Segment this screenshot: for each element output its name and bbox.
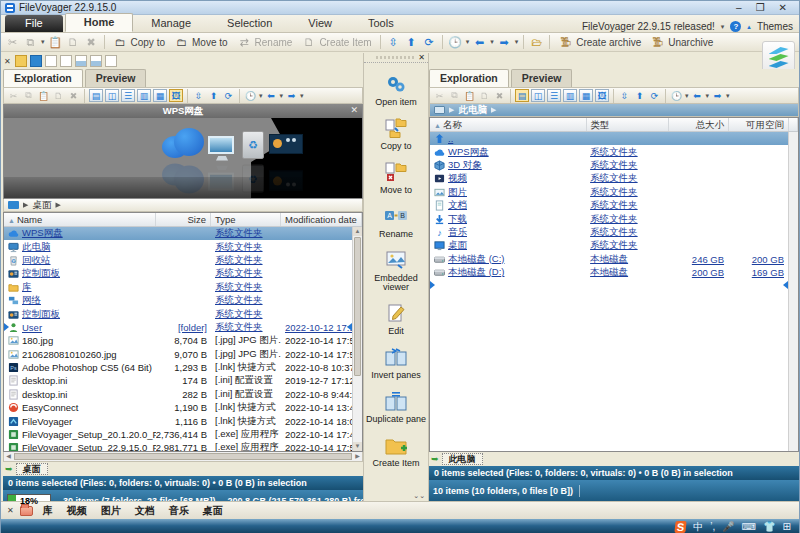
right-collapse-icon[interactable]: ⇳ [618, 89, 631, 102]
scroll-up-icon[interactable]: ▲ [353, 227, 362, 236]
paste-icon[interactable]: 📋 [48, 35, 63, 50]
left-new-icon[interactable]: 🗋 [52, 89, 65, 102]
cut-icon[interactable]: ✂ [5, 35, 20, 50]
file-row[interactable]: 网络系统文件夹 [4, 294, 352, 307]
launcher-item-桌面[interactable]: 桌面 [203, 504, 223, 518]
left-layout-split-icon[interactable]: ◫ [105, 89, 119, 102]
text-viewer-icon[interactable] [45, 55, 57, 67]
file-row[interactable] [430, 279, 788, 292]
copy-icon[interactable]: ⧉ [23, 35, 38, 50]
right-copy-icon[interactable]: ⧉ [448, 89, 461, 102]
file-row[interactable]: 图片系统文件夹 [430, 186, 788, 199]
delete-icon[interactable]: ✖ [84, 35, 99, 50]
doc-viewer-icon[interactable] [105, 55, 117, 67]
toolbar-close-icon[interactable]: ✕ [418, 53, 425, 62]
scroll-thumb[interactable] [354, 237, 361, 376]
file-row[interactable]: WPS网盘系统文件夹 [430, 145, 788, 158]
file-row[interactable]: 文档系统文件夹 [430, 199, 788, 212]
sogou-logo-icon[interactable]: S [674, 521, 687, 533]
left-up-icon[interactable]: ⬆ [207, 89, 220, 102]
themes-button[interactable]: Themes [757, 21, 793, 32]
scroll-down-icon[interactable]: ▼ [353, 442, 362, 451]
left-delete-icon[interactable]: ✖ [67, 89, 80, 102]
right-refresh-icon[interactable]: ⟳ [648, 89, 661, 102]
left-layout-details-icon[interactable]: ▤ [89, 89, 103, 102]
right-layout-split-icon[interactable]: ◫ [531, 89, 545, 102]
file-row[interactable]: .. [430, 132, 788, 145]
release-note-link[interactable]: FileVoyager 22.9.15 released! [582, 21, 715, 32]
left-layout-tiles-icon[interactable]: ▦ [153, 89, 167, 102]
move-to-button[interactable]: Move to [364, 160, 428, 195]
tab-manage[interactable]: Manage [133, 15, 209, 32]
launcher-item-音乐[interactable]: 音乐 [169, 504, 189, 518]
left-layout-columns-icon[interactable]: ▥ [137, 89, 151, 102]
right-breadcrumb-item[interactable]: 此电脑 [458, 104, 487, 117]
left-collapse-icon[interactable]: ⇳ [192, 89, 205, 102]
copy-dropdown-icon[interactable]: ▾ [41, 38, 45, 46]
file-row[interactable]: 本地磁盘 (C:)本地磁盘246 GB200 GB [430, 253, 788, 266]
chinese-mode-icon[interactable]: 中 [693, 521, 703, 533]
copy-to-button[interactable]: 🗀Copy to [110, 34, 168, 51]
collapse-ribbon-icon[interactable]: ▴ [747, 23, 751, 31]
left-copy-icon[interactable]: ⧉ [22, 89, 35, 102]
preview-viewer-icon[interactable] [90, 55, 102, 67]
col-type[interactable]: Type [211, 213, 281, 226]
left-breadcrumb-item[interactable]: 桌面 [32, 199, 51, 212]
right-forward-icon[interactable]: ➡ [711, 89, 724, 102]
create-item-button[interactable]: 🗋Create Item [298, 34, 374, 51]
collapse-all-icon[interactable]: ⇳ [386, 35, 401, 50]
tab-selection[interactable]: Selection [209, 15, 290, 32]
maximize-button[interactable]: ❐ [756, 2, 765, 13]
right-add-tab-icon[interactable]: ➥ [431, 454, 439, 464]
right-cut-icon[interactable]: ✂ [433, 89, 446, 102]
hscroll-thumb[interactable] [14, 453, 352, 460]
embedded-viewer-button[interactable]: Embedded viewer [364, 248, 428, 292]
skin-icon[interactable]: 👕 [763, 521, 775, 533]
punctuation-icon[interactable]: ’, [710, 521, 715, 533]
left-vertical-scrollbar[interactable]: ▲ ▼ [352, 227, 362, 451]
right-vertical-scrollbar[interactable] [788, 132, 798, 451]
launcher-item-文档[interactable]: 文档 [135, 504, 155, 518]
file-row[interactable]: WPS网盘系统文件夹 [4, 227, 352, 240]
unarchive-button[interactable]: 🗜Unarchive [647, 34, 716, 51]
launcher-item-图片[interactable]: 图片 [101, 504, 121, 518]
col-zongdaxiao[interactable]: 总大小 [669, 118, 729, 131]
left-folder-tab[interactable]: 桌面 [16, 463, 48, 475]
right-tab-preview[interactable]: Preview [511, 69, 573, 87]
move-to-button[interactable]: 🗀Move to [171, 34, 231, 51]
right-up-icon[interactable]: ⬆ [633, 89, 646, 102]
right-layout-details-icon[interactable]: ▤ [515, 89, 529, 102]
left-layout-list-icon[interactable]: ☰ [121, 89, 135, 102]
right-layout-tiles-icon[interactable]: ▦ [579, 89, 593, 102]
hex-viewer-icon[interactable] [60, 55, 72, 67]
release-dropdown-icon[interactable]: ▾ [721, 23, 725, 31]
col-size[interactable]: Size [156, 213, 211, 226]
create-item-button[interactable]: Create Item [364, 433, 428, 468]
left-breadcrumb[interactable]: ▶ 桌面 ▶ [3, 199, 363, 212]
file-row[interactable]: EasyConnect1,190 B[.lnk] 快捷方式2022-10-14 … [4, 401, 352, 414]
file-row[interactable]: 视频系统文件夹 [430, 172, 788, 185]
close-button[interactable]: ✕ [779, 2, 787, 13]
file-row[interactable]: 3D 对象系统文件夹 [430, 159, 788, 172]
scroll-right-icon[interactable]: ▶ [353, 452, 362, 461]
history-dropdown-icon[interactable]: ▾ [466, 38, 470, 46]
tab-file[interactable]: File [5, 15, 63, 32]
file-row[interactable]: User[folder]系统文件夹2022-10-12 17:1... [4, 321, 352, 334]
file-row[interactable]: 本地磁盘 (D:)本地磁盘200 GB169 GB [430, 266, 788, 279]
left-tab-exploration[interactable]: Exploration [3, 69, 83, 87]
col-moddate[interactable]: Modification date [281, 213, 362, 226]
left-cut-icon[interactable]: ✂ [7, 89, 20, 102]
left-paste-icon[interactable]: 📋 [37, 89, 50, 102]
tab-tools[interactable]: Tools [350, 15, 412, 32]
file-row[interactable]: PsAdobe Photoshop CS5 (64 Bit)1,293 B[.l… [4, 361, 352, 374]
left-back-icon[interactable]: ⬅ [265, 89, 278, 102]
back-dropdown-icon[interactable]: ▾ [490, 38, 494, 46]
file-row[interactable]: 控制面板系统文件夹 [4, 307, 352, 320]
file-row[interactable]: ♪音乐系统文件夹 [430, 226, 788, 239]
file-row[interactable]: 库系统文件夹 [4, 281, 352, 294]
go-up-icon[interactable]: ⬆ [404, 35, 419, 50]
minimize-button[interactable]: – [736, 2, 742, 13]
microphone-icon[interactable]: 🎤 [722, 521, 734, 533]
duplicate-pane-button[interactable]: Duplicate pane [364, 389, 428, 424]
right-layout-list-icon[interactable]: ☰ [547, 89, 561, 102]
